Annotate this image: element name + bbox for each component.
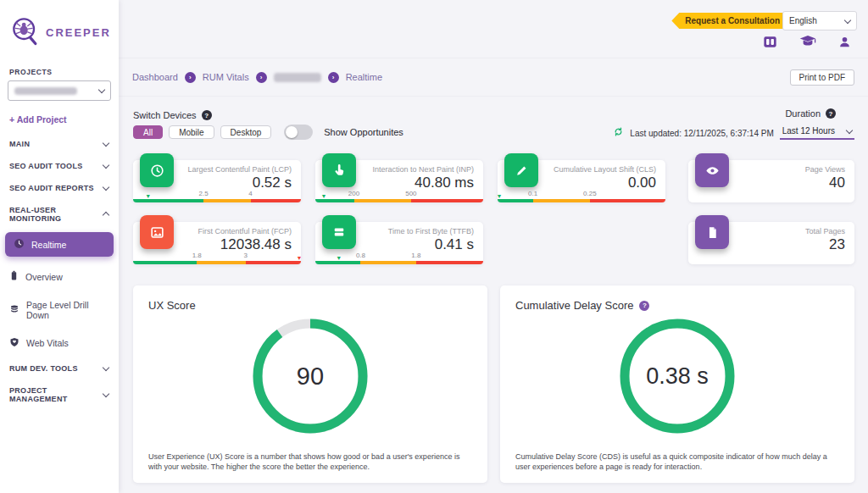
threshold-tick: 0.8 xyxy=(356,252,365,259)
sidebar-item-web-vitals[interactable]: Web Vitals xyxy=(0,329,119,357)
metric-label: Cumulative Layout Shift (CLS) xyxy=(554,165,656,174)
section-label: SEO AUDIT REPORTS xyxy=(9,184,94,192)
clock-icon xyxy=(14,238,25,251)
metric-label: Time to First Byte (TTFB) xyxy=(388,227,474,235)
value-marker-icon: ▼ xyxy=(297,255,303,261)
show-opportunities-toggle[interactable] xyxy=(284,125,313,140)
last-updated-row: Last updated: 12/11/2025, 6:37:14 PM Las… xyxy=(613,125,854,141)
sidebar-item-seo-audit-reports[interactable]: SEO AUDIT REPORTS xyxy=(0,177,119,199)
request-consultation-button[interactable]: Request a Consultation xyxy=(671,13,790,29)
device-desktop-button[interactable]: Desktop xyxy=(220,125,272,139)
cumulative-delay-score-card: Cumulative Delay Score ? 0.38 s Cumulati… xyxy=(500,285,854,483)
switch-devices-text: Switch Devices xyxy=(133,110,197,120)
breadcrumb-rum-vitals[interactable]: RUM Vitals xyxy=(203,72,249,82)
threshold-tick: 200 xyxy=(348,190,359,197)
metric-value: 0.41 s xyxy=(435,236,474,253)
breadcrumb-dashboard[interactable]: Dashboard xyxy=(132,72,178,82)
cds-value: 0.38 s xyxy=(614,313,741,440)
help-icon[interactable]: ? xyxy=(202,110,212,120)
sidebar-item-main[interactable]: MAIN xyxy=(0,133,119,155)
sidebar-item-seo-audit-tools[interactable]: SEO AUDIT TOOLS xyxy=(0,155,119,177)
value-marker-icon: ▼ xyxy=(336,255,342,261)
metric-value: 12038.48 s xyxy=(220,236,292,253)
breadcrumb-arrow-icon: › xyxy=(256,72,267,83)
section-label: REAL-USER MONITORING xyxy=(9,206,103,223)
cds-gauge: 0.38 s xyxy=(500,313,854,440)
section-label: MAIN xyxy=(9,140,30,148)
ux-score-description: User Experience (UX) Score is a number t… xyxy=(148,451,472,473)
image-icon xyxy=(140,215,174,249)
stat-card-page-views: Page Views 40 xyxy=(688,160,854,202)
device-all-button[interactable]: All xyxy=(133,125,163,139)
metric-row-1: Largest Contentful Paint (LCP) 0.52 s 2.… xyxy=(133,160,854,202)
device-filter: All Mobile Desktop Show Opportunites xyxy=(133,125,403,140)
threshold-bar xyxy=(315,261,483,264)
heart-shield-icon xyxy=(9,337,19,349)
app-window: CREEPER PROJECTS + Add Project MAIN SEO … xyxy=(0,0,868,493)
threshold-tick: 4 xyxy=(248,190,252,197)
chevron-down-icon xyxy=(844,16,851,23)
threshold-tick: 1.8 xyxy=(411,252,420,259)
sidebar-item-overview[interactable]: Overview xyxy=(0,262,119,291)
user-icon[interactable] xyxy=(838,36,851,48)
chevron-down-icon xyxy=(103,162,109,169)
metric-value: 0.00 xyxy=(628,174,656,191)
refresh-icon[interactable] xyxy=(613,125,624,141)
threshold-tick: 0.1 xyxy=(528,190,537,197)
sidebar-item-rum-dev-tools[interactable]: RUM DEV. TOOLS xyxy=(0,357,119,379)
duration-value: Last 12 Hours xyxy=(782,126,835,136)
metric-card-ttfb: Time to First Byte (TTFB) 0.41 s 0.8 1.8… xyxy=(315,222,483,264)
threshold-tick: 2.5 xyxy=(199,190,209,197)
threshold-bar xyxy=(133,199,301,202)
breadcrumb-realtime[interactable]: Realtime xyxy=(346,72,382,82)
metric-label: Largest Contentful Paint (LCP) xyxy=(187,165,292,174)
metric-card-inp: Interaction to Next Paint (INP) 40.80 ms… xyxy=(315,160,483,202)
breadcrumb-arrow-icon: › xyxy=(328,72,339,83)
add-project-button[interactable]: + Add Project xyxy=(9,114,119,125)
breadcrumb: Dashboard › RUM Vitals › › Realtime Prin… xyxy=(119,58,868,97)
duration-label: Duration ? xyxy=(785,108,836,119)
project-name-redacted xyxy=(14,87,77,95)
projects-label: PROJECTS xyxy=(9,68,119,76)
stat-card-total-pages: Total Pages 23 xyxy=(688,222,854,264)
device-mobile-button[interactable]: Mobile xyxy=(169,125,214,139)
metric-row-2: First Contentful Paint (FCP) 12038.48 s … xyxy=(133,222,854,264)
breadcrumb-project-redacted xyxy=(274,73,321,82)
metric-card-cls: Cumulative Layout Shift (CLS) 0.00 0.1 0… xyxy=(498,160,665,202)
chevron-up-icon xyxy=(103,212,109,219)
server-icon xyxy=(322,215,356,249)
main-content: Request a Consultation English xyxy=(119,0,868,493)
sidebar-item-label: Overview xyxy=(25,272,63,282)
clock-icon xyxy=(140,153,174,187)
threshold-tick: 3 xyxy=(243,252,247,259)
metric-label: Interaction to Next Paint (INP) xyxy=(372,165,474,174)
pencil-icon xyxy=(504,153,538,187)
metric-value: 40.80 ms xyxy=(415,174,474,191)
print-to-pdf-button[interactable]: Print to PDF xyxy=(790,69,854,86)
switch-devices-label: Switch Devices ? xyxy=(133,110,212,120)
help-icon[interactable]: ? xyxy=(639,301,649,311)
duration-select[interactable]: Last 12 Hours xyxy=(780,126,854,140)
section-label: RUM DEV. TOOLS xyxy=(9,364,78,373)
sidebar-item-realtime[interactable]: Realtime xyxy=(5,232,114,257)
chevron-down-icon xyxy=(846,126,853,133)
sidebar-item-project-management[interactable]: PROJECT MANAGEMENT xyxy=(0,379,119,410)
metric-value: 0.52 s xyxy=(253,174,292,191)
sidebar-item-page-level-drill-down[interactable]: Page Level Drill Down xyxy=(0,291,119,329)
language-select[interactable]: English xyxy=(782,11,857,30)
threshold-tick: 0.25 xyxy=(583,190,597,197)
threshold-bar xyxy=(133,261,301,264)
layout-columns-icon[interactable] xyxy=(763,36,777,48)
help-icon[interactable]: ? xyxy=(826,108,836,119)
score-cards-row: UX Score 90 User Experience (UX) Score i… xyxy=(133,285,854,483)
graduation-cap-icon[interactable] xyxy=(799,35,816,48)
sidebar-item-label: Realtime xyxy=(31,240,66,250)
project-select[interactable] xyxy=(8,80,111,101)
cds-title: Cumulative Delay Score ? xyxy=(515,299,649,312)
stat-label: Page Views xyxy=(805,165,845,174)
top-bar: Request a Consultation English xyxy=(119,0,868,58)
sidebar-item-real-user-monitoring[interactable]: REAL-USER MONITORING xyxy=(0,199,119,230)
breadcrumb-arrow-icon: › xyxy=(185,72,196,83)
last-updated-text: Last updated: 12/11/2025, 6:37:14 PM xyxy=(630,129,773,138)
chevron-down-icon xyxy=(103,140,109,147)
